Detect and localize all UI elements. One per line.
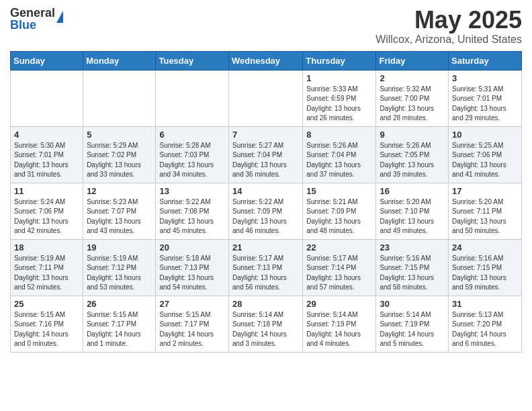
day-info: Sunrise: 5:27 AM Sunset: 7:04 PM Dayligh… (232, 141, 299, 180)
day-info: Sunrise: 5:14 AM Sunset: 7:18 PM Dayligh… (232, 310, 299, 349)
day-number: 10 (452, 130, 518, 140)
column-header-thursday: Thursday (303, 51, 376, 70)
day-number: 11 (14, 186, 79, 196)
calendar-day-21: 21Sunrise: 5:17 AM Sunset: 7:13 PM Dayli… (229, 239, 303, 295)
day-number: 19 (87, 242, 152, 253)
day-number: 14 (232, 186, 299, 196)
day-info: Sunrise: 5:33 AM Sunset: 6:59 PM Dayligh… (306, 85, 372, 124)
header: General Blue May 2025 Willcox, Arizona, … (10, 7, 522, 46)
calendar-table: SundayMondayTuesdayWednesdayThursdayFrid… (10, 51, 522, 353)
day-number: 13 (159, 186, 225, 196)
day-number: 27 (159, 299, 225, 309)
day-info: Sunrise: 5:14 AM Sunset: 7:19 PM Dayligh… (306, 310, 372, 349)
calendar-day-14: 14Sunrise: 5:22 AM Sunset: 7:09 PM Dayli… (229, 183, 303, 239)
logo-general-text: General (10, 7, 55, 19)
day-number: 17 (452, 186, 518, 196)
calendar-day-20: 20Sunrise: 5:18 AM Sunset: 7:13 PM Dayli… (156, 239, 229, 295)
day-number: 25 (14, 299, 79, 309)
calendar-day-29: 29Sunrise: 5:14 AM Sunset: 7:19 PM Dayli… (303, 295, 376, 352)
calendar-week-1: 1Sunrise: 5:33 AM Sunset: 6:59 PM Daylig… (11, 70, 522, 126)
day-number: 31 (452, 299, 518, 309)
day-number: 2 (380, 73, 445, 83)
day-number: 16 (380, 186, 445, 196)
day-info: Sunrise: 5:15 AM Sunset: 7:16 PM Dayligh… (14, 310, 79, 349)
calendar-day-empty (11, 70, 83, 126)
calendar-day-empty (83, 70, 156, 126)
logo-blue-text: Blue (10, 19, 55, 31)
column-header-tuesday: Tuesday (156, 51, 229, 70)
calendar-day-9: 9Sunrise: 5:26 AM Sunset: 7:05 PM Daylig… (376, 126, 449, 183)
column-header-monday: Monday (83, 51, 156, 70)
calendar-day-27: 27Sunrise: 5:15 AM Sunset: 7:17 PM Dayli… (156, 295, 229, 352)
calendar-day-16: 16Sunrise: 5:20 AM Sunset: 7:10 PM Dayli… (376, 183, 449, 239)
day-number: 21 (232, 242, 299, 253)
calendar-day-7: 7Sunrise: 5:27 AM Sunset: 7:04 PM Daylig… (229, 126, 303, 183)
day-number: 7 (232, 130, 299, 140)
calendar-day-1: 1Sunrise: 5:33 AM Sunset: 6:59 PM Daylig… (303, 70, 376, 126)
day-number: 20 (159, 242, 225, 253)
day-info: Sunrise: 5:21 AM Sunset: 7:09 PM Dayligh… (306, 197, 372, 236)
day-number: 9 (380, 130, 445, 140)
day-info: Sunrise: 5:20 AM Sunset: 7:11 PM Dayligh… (452, 197, 518, 236)
calendar-day-25: 25Sunrise: 5:15 AM Sunset: 7:16 PM Dayli… (11, 295, 83, 352)
day-info: Sunrise: 5:18 AM Sunset: 7:13 PM Dayligh… (159, 254, 225, 293)
day-info: Sunrise: 5:22 AM Sunset: 7:08 PM Dayligh… (159, 197, 225, 236)
calendar-day-2: 2Sunrise: 5:32 AM Sunset: 7:00 PM Daylig… (376, 70, 449, 126)
day-header-row: SundayMondayTuesdayWednesdayThursdayFrid… (11, 51, 522, 70)
calendar-day-18: 18Sunrise: 5:19 AM Sunset: 7:11 PM Dayli… (11, 239, 83, 295)
calendar-week-4: 18Sunrise: 5:19 AM Sunset: 7:11 PM Dayli… (11, 239, 522, 295)
day-number: 5 (87, 130, 152, 140)
calendar-week-5: 25Sunrise: 5:15 AM Sunset: 7:16 PM Dayli… (11, 295, 522, 352)
day-info: Sunrise: 5:15 AM Sunset: 7:17 PM Dayligh… (87, 310, 152, 349)
day-number: 15 (306, 186, 372, 196)
day-number: 1 (306, 73, 372, 83)
calendar-day-empty (229, 70, 303, 126)
day-number: 30 (380, 299, 445, 309)
column-header-saturday: Saturday (449, 51, 522, 70)
day-info: Sunrise: 5:22 AM Sunset: 7:09 PM Dayligh… (232, 197, 299, 236)
day-info: Sunrise: 5:25 AM Sunset: 7:06 PM Dayligh… (452, 141, 518, 180)
day-info: Sunrise: 5:20 AM Sunset: 7:10 PM Dayligh… (380, 197, 445, 236)
calendar-day-30: 30Sunrise: 5:14 AM Sunset: 7:19 PM Dayli… (376, 295, 449, 352)
title-area: May 2025 Willcox, Arizona, United States (375, 7, 522, 46)
day-number: 24 (452, 242, 518, 253)
day-info: Sunrise: 5:24 AM Sunset: 7:06 PM Dayligh… (14, 197, 79, 236)
column-header-wednesday: Wednesday (229, 51, 303, 70)
calendar-week-3: 11Sunrise: 5:24 AM Sunset: 7:06 PM Dayli… (11, 183, 522, 239)
day-number: 29 (306, 299, 372, 309)
day-info: Sunrise: 5:28 AM Sunset: 7:03 PM Dayligh… (159, 141, 225, 180)
calendar-day-31: 31Sunrise: 5:13 AM Sunset: 7:20 PM Dayli… (449, 295, 522, 352)
day-info: Sunrise: 5:31 AM Sunset: 7:01 PM Dayligh… (452, 85, 518, 124)
day-number: 4 (14, 130, 79, 140)
day-number: 28 (232, 299, 299, 309)
calendar-day-11: 11Sunrise: 5:24 AM Sunset: 7:06 PM Dayli… (11, 183, 83, 239)
calendar-day-17: 17Sunrise: 5:20 AM Sunset: 7:11 PM Dayli… (449, 183, 522, 239)
calendar-body: 1Sunrise: 5:33 AM Sunset: 6:59 PM Daylig… (11, 70, 522, 352)
logo: General Blue (10, 7, 63, 31)
page-title: May 2025 (375, 7, 522, 34)
calendar-day-26: 26Sunrise: 5:15 AM Sunset: 7:17 PM Dayli… (83, 295, 156, 352)
page-subtitle: Willcox, Arizona, United States (375, 34, 522, 46)
day-info: Sunrise: 5:19 AM Sunset: 7:11 PM Dayligh… (14, 254, 79, 293)
day-info: Sunrise: 5:29 AM Sunset: 7:02 PM Dayligh… (87, 141, 152, 180)
day-info: Sunrise: 5:30 AM Sunset: 7:01 PM Dayligh… (14, 141, 79, 180)
column-header-friday: Friday (376, 51, 449, 70)
day-info: Sunrise: 5:16 AM Sunset: 7:15 PM Dayligh… (380, 254, 445, 293)
calendar-day-24: 24Sunrise: 5:16 AM Sunset: 7:15 PM Dayli… (449, 239, 522, 295)
calendar-day-4: 4Sunrise: 5:30 AM Sunset: 7:01 PM Daylig… (11, 126, 83, 183)
calendar-day-8: 8Sunrise: 5:26 AM Sunset: 7:04 PM Daylig… (303, 126, 376, 183)
day-number: 26 (87, 299, 152, 309)
calendar-day-28: 28Sunrise: 5:14 AM Sunset: 7:18 PM Dayli… (229, 295, 303, 352)
calendar-day-12: 12Sunrise: 5:23 AM Sunset: 7:07 PM Dayli… (83, 183, 156, 239)
day-info: Sunrise: 5:26 AM Sunset: 7:04 PM Dayligh… (306, 141, 372, 180)
calendar-week-2: 4Sunrise: 5:30 AM Sunset: 7:01 PM Daylig… (11, 126, 522, 183)
logo-arrow-icon (56, 11, 63, 23)
day-info: Sunrise: 5:19 AM Sunset: 7:12 PM Dayligh… (87, 254, 152, 293)
calendar-day-3: 3Sunrise: 5:31 AM Sunset: 7:01 PM Daylig… (449, 70, 522, 126)
calendar-day-19: 19Sunrise: 5:19 AM Sunset: 7:12 PM Dayli… (83, 239, 156, 295)
day-info: Sunrise: 5:17 AM Sunset: 7:13 PM Dayligh… (232, 254, 299, 293)
day-info: Sunrise: 5:13 AM Sunset: 7:20 PM Dayligh… (452, 310, 518, 349)
day-info: Sunrise: 5:17 AM Sunset: 7:14 PM Dayligh… (306, 254, 372, 293)
logo-text: General Blue (10, 7, 55, 31)
calendar-day-6: 6Sunrise: 5:28 AM Sunset: 7:03 PM Daylig… (156, 126, 229, 183)
